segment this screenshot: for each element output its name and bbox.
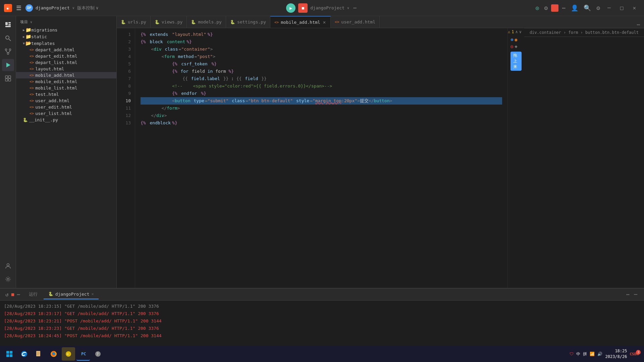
svg-point-6 xyxy=(6,36,9,39)
run-button[interactable]: ▶ xyxy=(286,3,296,13)
svg-line-7 xyxy=(9,39,11,41)
search-icon[interactable]: 🔍 xyxy=(582,2,593,13)
activity-explorer[interactable] xyxy=(2,19,14,31)
sidebar-item-user-add[interactable]: <> user_add.html xyxy=(16,98,116,104)
sidebar-item-templates[interactable]: ▼ 📂 templates xyxy=(16,40,116,47)
static-folder-icon: 📁 xyxy=(25,34,31,39)
taskbar-pycharm-icon[interactable]: PC xyxy=(76,347,90,361)
hamburger-button[interactable]: ☰ xyxy=(15,3,23,13)
code-editor[interactable]: {% extends "layout.html" %} {% block con… xyxy=(135,28,507,288)
line-num-7: 7 xyxy=(117,75,131,82)
init-label: __init__.py xyxy=(29,117,58,122)
right-icon-3[interactable]: ◎ xyxy=(511,44,513,49)
user-add-label: user_add.html xyxy=(35,98,69,103)
sidebar-item-depart-list[interactable]: <> depart_list.html xyxy=(16,59,116,66)
sidebar-item-user-list[interactable]: <> user_list.html xyxy=(16,110,116,117)
templates-folder-icon: 📂 xyxy=(25,41,31,46)
version-control[interactable]: 版本控制 ∨ xyxy=(77,5,99,11)
sidebar-item-depart-add[interactable]: <> depart_add.html xyxy=(16,47,116,53)
terminal-row-0: [28/Aug/2023 18:23:15] "GET /mobile/add/… xyxy=(4,303,640,310)
titlebar-project-dropdown[interactable]: ∨ xyxy=(347,6,349,10)
right-icon-2[interactable]: ◉ xyxy=(515,37,517,42)
sidebar-dropdown-arrow[interactable]: ∨ xyxy=(30,20,32,24)
mobile-edit-label: mobile_edit.html xyxy=(35,79,77,84)
settings-icon[interactable]: ⚙ xyxy=(542,2,550,13)
activity-account[interactable] xyxy=(2,260,14,272)
tab-views[interactable]: 🐍 views.py xyxy=(151,16,187,28)
code-line-8: <!-- <span style="color:red">{{ field.er… xyxy=(141,82,502,90)
pull-button[interactable]: 拖上来 xyxy=(511,52,522,71)
tab-urls[interactable]: 🐍 urls.py xyxy=(117,16,151,28)
terminal-stop-icon[interactable]: ■ xyxy=(11,292,14,297)
sidebar-item-static[interactable]: ▶ 📁 static xyxy=(16,33,116,40)
bottom-more-icon[interactable]: ⋯ xyxy=(625,290,631,299)
stop-square-icon[interactable] xyxy=(551,4,558,12)
more-icon[interactable]: ⋯ xyxy=(560,2,568,13)
tray-speaker-icon[interactable]: 🔊 xyxy=(597,352,602,356)
activity-extensions[interactable] xyxy=(2,72,14,84)
tab-mobile-add[interactable]: <> mobile_add.html ✕ xyxy=(270,16,331,28)
code-line-4: <form method = "post" > xyxy=(141,53,502,60)
terminal-restart-icon[interactable]: ↺ xyxy=(5,291,9,298)
close-button[interactable]: ✕ xyxy=(629,2,640,14)
taskbar-file-icon[interactable] xyxy=(32,347,46,361)
sidebar-item-mobile-add[interactable]: <> mobile_add.html xyxy=(16,72,116,78)
tab-views-label: views.py xyxy=(162,19,183,24)
line-num-6: 6 xyxy=(117,68,131,75)
taskbar-edge-icon[interactable] xyxy=(17,347,31,361)
svg-rect-4 xyxy=(8,24,11,25)
tabs-more-button[interactable]: ⋯ xyxy=(633,21,644,28)
sidebar-item-layout[interactable]: <> layout.html xyxy=(16,66,116,72)
sidebar-item-mobile-edit[interactable]: <> mobile_edit.html xyxy=(16,78,116,85)
minimize-button[interactable]: ─ xyxy=(603,2,615,14)
bottom-run-label: 运行 xyxy=(29,291,38,297)
main-layout: 项目 ∨ ▶ 📁 migrations ▶ 📁 static ▼ xyxy=(0,16,644,288)
project-name: djangoProject xyxy=(36,5,70,10)
project-dropdown-arrow[interactable]: ∨ xyxy=(72,6,74,10)
nav-up-icon[interactable]: ∧ xyxy=(515,29,518,34)
right-icon-4[interactable]: ◈ xyxy=(515,44,517,49)
tab-settings-label: settings.py xyxy=(237,19,266,24)
gear-icon[interactable]: ⚙ xyxy=(594,2,602,13)
windows-start-button[interactable] xyxy=(3,347,16,361)
tab-user-add[interactable]: <> user_add.html xyxy=(331,16,380,28)
profile-icon[interactable]: 👤 xyxy=(569,2,580,13)
sidebar-item-init[interactable]: 🐍 __init__.py xyxy=(16,117,116,123)
tab-urls-icon: 🐍 xyxy=(121,20,126,24)
sidebar-item-test[interactable]: <> test.html xyxy=(16,91,116,98)
tab-mobile-add-close[interactable]: ✕ xyxy=(322,19,326,25)
bottom-collapse-icon[interactable]: ─ xyxy=(633,290,639,299)
taskbar-firefox-icon[interactable] xyxy=(47,347,60,361)
sidebar-item-user-edit[interactable]: <> user_edit.html xyxy=(16,104,116,110)
activity-run[interactable] xyxy=(2,59,14,71)
tray-language-icon[interactable]: 中 xyxy=(576,351,580,357)
sidebar-item-migrations[interactable]: ▶ 📁 migrations xyxy=(16,26,116,33)
nav-down-icon[interactable]: ∨ xyxy=(519,29,522,34)
maximize-button[interactable]: □ xyxy=(616,2,628,14)
folder-arrow-icon: ▶ xyxy=(23,28,25,32)
line-num-3: 3 xyxy=(117,46,131,53)
activity-source-control[interactable] xyxy=(2,46,14,58)
tab-views-icon: 🐍 xyxy=(155,20,160,24)
bottom-tab-run[interactable]: 运行 xyxy=(24,289,42,299)
tray-wifi-icon[interactable]: 📶 xyxy=(590,352,595,356)
bottom-tab-close[interactable]: ✕ xyxy=(91,292,94,296)
breadcrumb-text: div.container › form › button.btn.btn-de… xyxy=(530,30,639,35)
tab-settings[interactable]: 🐍 settings.py xyxy=(226,16,270,28)
code-line-1: {% extends "layout.html" %} xyxy=(141,31,502,38)
activity-search[interactable] xyxy=(2,32,14,44)
taskbar-task-icon[interactable]: ☀ xyxy=(62,347,75,361)
sidebar-item-mobile-list[interactable]: <> mobile_list.html xyxy=(16,85,116,91)
sidebar-item-depart-edit[interactable]: <> depart_edit.html xyxy=(16,53,116,59)
tray-ime-icon[interactable]: 拼 xyxy=(583,351,587,357)
activity-settings[interactable] xyxy=(2,273,14,285)
copilot-icon[interactable]: ◎ xyxy=(534,3,541,13)
right-icon-1[interactable]: ⊕ xyxy=(511,37,513,42)
bottom-tab-django[interactable]: 🐍 djangoProject ✕ xyxy=(44,290,99,299)
taskbar-misc-icon[interactable]: ? xyxy=(91,347,105,361)
stop-button[interactable]: ■ xyxy=(298,3,308,13)
terminal-more-icon[interactable]: ⋯ xyxy=(17,291,20,298)
html-icon-mobile-list: <> xyxy=(30,86,34,90)
titlebar-more-button[interactable]: ⋯ xyxy=(352,3,358,12)
tab-models[interactable]: 🐍 models.py xyxy=(187,16,226,28)
